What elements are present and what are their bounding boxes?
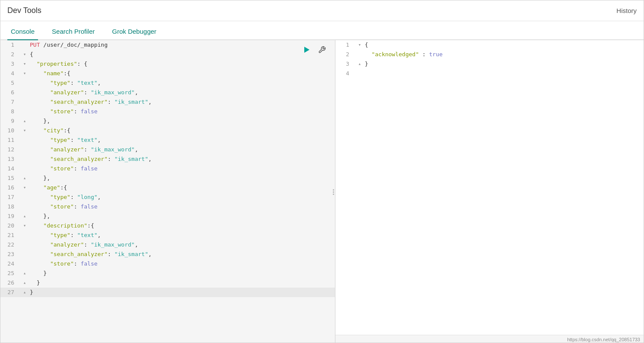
response-panel: 1▾{2 "acknowledged" : true3▴}4 https://b… (335, 40, 644, 343)
table-row: 26▴ } (0, 278, 335, 288)
table-row: 11 "type": "text", (0, 135, 335, 145)
table-row: 10▾ "city":{ (0, 126, 335, 135)
table-row: 15▴ }, (0, 173, 335, 183)
table-row: 18 "store": false (0, 202, 335, 212)
editor-toolbar (300, 44, 328, 56)
table-row: 16▾ "age":{ (0, 183, 335, 192)
tab-search-profiler[interactable]: Search Profiler (48, 28, 98, 40)
run-button[interactable] (300, 44, 312, 56)
history-button[interactable]: History (616, 7, 637, 14)
tab-console[interactable]: Console (7, 28, 38, 40)
table-row: 21 "type": "text", (0, 231, 335, 240)
table-row: 8 "store": false (0, 107, 335, 116)
table-row: 19▴ }, (0, 212, 335, 221)
table-row: 25▴ } (0, 269, 335, 278)
table-row: 12 "analyzer": "ik_max_word", (0, 145, 335, 154)
tab-grok-debugger[interactable]: Grok Debugger (108, 28, 160, 40)
table-row: 24 "store": false (0, 259, 335, 269)
status-url: https://blog.csdn.net/qq_20851733 (567, 337, 640, 342)
editor-panel: 1PUT /user/_doc/_mapping2▾{3▾ "propertie… (0, 40, 335, 343)
table-row: 1▾{ (335, 40, 644, 50)
table-row: 1PUT /user/_doc/_mapping (0, 40, 335, 50)
app-title: Dev Tools (7, 6, 41, 15)
table-row: 7 "search_analyzer": "ik_smart", (0, 97, 335, 107)
main-area: 1PUT /user/_doc/_mapping2▾{3▾ "propertie… (0, 40, 644, 343)
table-row: 13 "search_analyzer": "ik_smart", (0, 154, 335, 164)
table-row: 3▾ "properties": { (0, 59, 335, 69)
svg-marker-0 (304, 47, 309, 53)
table-row: 27▴} (0, 288, 335, 297)
table-row: 9▴ }, (0, 116, 335, 126)
table-row: 14 "store": false (0, 164, 335, 173)
top-bar: Dev Tools History (0, 0, 644, 21)
table-row: 22 "analyzer": "ik_max_word", (0, 240, 335, 250)
table-row: 4 (335, 69, 644, 78)
table-row: 5 "type": "text", (0, 78, 335, 88)
table-row: 2▾{ (0, 50, 335, 59)
table-row: 2 "acknowledged" : true (335, 50, 644, 59)
table-row: 17 "type": "long", (0, 192, 335, 202)
table-row: 6 "analyzer": "ik_max_word", (0, 88, 335, 97)
response-table: 1▾{2 "acknowledged" : true3▴}4 (335, 40, 644, 78)
table-row: 3▴} (335, 59, 644, 69)
tab-bar: Console Search Profiler Grok Debugger (0, 21, 644, 40)
status-bar: https://blog.csdn.net/qq_20851733 (335, 335, 644, 343)
code-editor[interactable]: 1PUT /user/_doc/_mapping2▾{3▾ "propertie… (0, 40, 335, 343)
table-row: 4▾ "name":{ (0, 69, 335, 78)
response-code: 1▾{2 "acknowledged" : true3▴}4 (335, 40, 644, 343)
settings-button[interactable] (316, 44, 328, 56)
code-table: 1PUT /user/_doc/_mapping2▾{3▾ "propertie… (0, 40, 335, 297)
table-row: 23 "search_analyzer": "ik_smart", (0, 250, 335, 259)
divider-handle[interactable] (332, 189, 335, 195)
table-row: 20▾ "description":{ (0, 221, 335, 231)
